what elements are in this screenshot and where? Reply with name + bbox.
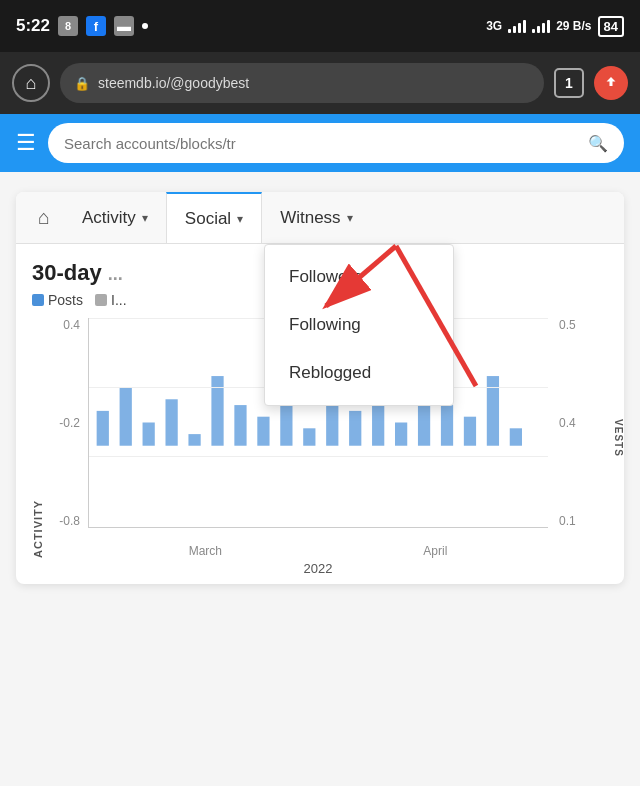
legend-posts-dot	[32, 294, 44, 306]
social-label: Social	[185, 209, 231, 229]
activity-dropdown-arrow: ▾	[142, 211, 148, 225]
svg-rect-16	[395, 423, 407, 446]
status-dot	[142, 23, 148, 29]
legend-item2: I...	[95, 292, 127, 308]
hamburger-menu[interactable]: ☰	[16, 130, 36, 156]
witness-label: Witness	[280, 208, 340, 228]
x-label-april: April	[423, 544, 447, 558]
svg-rect-18	[441, 405, 453, 446]
y-right-tick-1: 0.4	[559, 416, 608, 430]
tab-witness[interactable]: Witness ▾	[262, 192, 370, 243]
x-year-label: 2022	[88, 561, 548, 576]
status-time: 5:22	[16, 16, 50, 36]
signal-bar2-1	[532, 29, 535, 33]
lock-icon: 🔒	[74, 76, 90, 91]
y-ticks-right: 0.5 0.4 0.1	[553, 318, 608, 528]
x-label-march: March	[189, 544, 222, 558]
grid-line-mid2	[89, 456, 548, 457]
y-axis-activity-label: ACTIVITY	[32, 318, 44, 558]
social-dropdown-menu: Followers Following Reblogged	[264, 244, 454, 406]
x-axis-labels: March April	[88, 544, 548, 558]
svg-rect-9	[234, 405, 246, 446]
search-icon: 🔍	[588, 134, 608, 153]
svg-rect-10	[257, 417, 269, 446]
home-icon: ⌂	[26, 73, 37, 94]
svg-rect-12	[303, 428, 315, 445]
signal-bars-2	[532, 20, 550, 33]
content-area: ⌂ Activity ▾ Social ▾ Witness ▾ Follower…	[16, 192, 624, 584]
legend-posts: Posts	[32, 292, 83, 308]
y-tick-0: 0.4	[48, 318, 80, 332]
signal-bar-4	[523, 20, 526, 33]
signal-type: 3G	[486, 19, 502, 33]
signal-bar-2	[513, 26, 516, 33]
tab-activity[interactable]: Activity ▾	[64, 192, 166, 243]
tab-bar: ⌂ Activity ▾ Social ▾ Witness ▾	[16, 192, 624, 244]
status-left: 5:22 8 f ▬	[16, 16, 148, 36]
svg-rect-15	[372, 399, 384, 445]
svg-rect-3	[97, 411, 109, 446]
svg-rect-5	[143, 423, 155, 446]
legend-item2-dot	[95, 294, 107, 306]
status-icon-8: 8	[58, 16, 78, 36]
signal-bar2-3	[542, 23, 545, 33]
signal-bar2-4	[547, 20, 550, 33]
y-ticks-left: 0.4 -0.2 -0.8	[48, 318, 86, 528]
upload-icon	[602, 74, 620, 92]
tab-count[interactable]: 1	[554, 68, 584, 98]
activity-label: Activity	[82, 208, 136, 228]
search-input[interactable]	[64, 135, 580, 152]
y-right-tick-0: 0.5	[559, 318, 608, 332]
chart-title-dots: ...	[108, 264, 123, 284]
svg-rect-19	[464, 417, 476, 446]
svg-rect-4	[120, 388, 132, 446]
signal-bar-1	[508, 29, 511, 33]
svg-rect-21	[510, 428, 522, 445]
legend-item2-label: I...	[111, 292, 127, 308]
tab-home[interactable]: ⌂	[24, 198, 64, 238]
dropdown-following[interactable]: Following	[265, 301, 453, 349]
status-icon-fb: f	[86, 16, 106, 36]
y-tick-2: -0.8	[48, 514, 80, 528]
dropdown-followers[interactable]: Followers	[265, 253, 453, 301]
svg-rect-7	[188, 434, 200, 446]
social-dropdown-arrow: ▾	[237, 212, 243, 226]
signal-bar2-2	[537, 26, 540, 33]
svg-rect-6	[166, 399, 178, 445]
data-speed: 29 B/s	[556, 19, 591, 33]
status-icon-dash: ▬	[114, 16, 134, 36]
house-icon: ⌂	[38, 206, 50, 229]
nav-bar: ☰ 🔍	[0, 114, 640, 172]
y-right-tick-2: 0.1	[559, 514, 608, 528]
url-bar[interactable]: 🔒 steemdb.io/@goodybest	[60, 63, 544, 103]
browser-home-button[interactable]: ⌂	[12, 64, 50, 102]
signal-bar-3	[518, 23, 521, 33]
dropdown-reblogged[interactable]: Reblogged	[265, 349, 453, 397]
signal-bars	[508, 20, 526, 33]
browser-bar: ⌂ 🔒 steemdb.io/@goodybest 1	[0, 52, 640, 114]
battery-indicator: 84	[598, 16, 624, 37]
tab-social[interactable]: Social ▾	[166, 192, 262, 243]
y-axis-vests-label: VESTS	[613, 419, 624, 457]
search-bar[interactable]: 🔍	[48, 123, 624, 163]
status-bar: 5:22 8 f ▬ 3G 29 B/s 84	[0, 0, 640, 52]
y-tick-1: -0.2	[48, 416, 80, 430]
svg-rect-14	[349, 411, 361, 446]
url-text: steemdb.io/@goodybest	[98, 75, 249, 91]
upload-button[interactable]	[594, 66, 628, 100]
witness-dropdown-arrow: ▾	[347, 211, 353, 225]
status-right: 3G 29 B/s 84	[486, 16, 624, 37]
